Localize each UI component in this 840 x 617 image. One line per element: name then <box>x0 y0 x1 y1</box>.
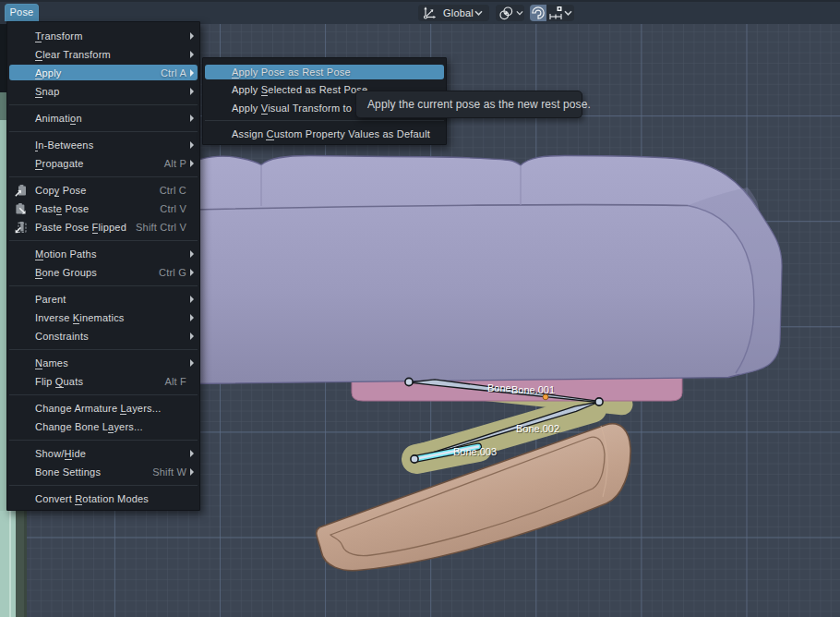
svg-text:Bone.003: Bone.003 <box>453 446 497 457</box>
svg-text:Bone.002: Bone.002 <box>516 423 559 434</box>
svg-text:Bone: Bone <box>487 382 511 393</box>
svg-text:Bone.001: Bone.001 <box>511 384 555 395</box>
